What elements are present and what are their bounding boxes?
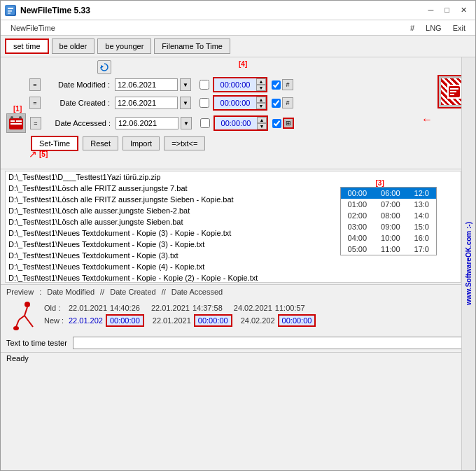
window-title: NewFileTime 5.33: [20, 6, 424, 15]
tab-set-time[interactable]: set time: [5, 38, 49, 54]
time-06-item[interactable]: 06:00: [374, 188, 407, 199]
time-14-item[interactable]: 14:0: [407, 210, 436, 221]
maximize-button[interactable]: □: [440, 5, 454, 15]
set-time-button[interactable]: Set-Time: [31, 136, 78, 151]
created-check[interactable]: [272, 99, 281, 108]
time-16-item[interactable]: 16:0: [407, 232, 436, 244]
time-accessed-input[interactable]: [215, 117, 257, 129]
close-button[interactable]: ✕: [456, 5, 471, 15]
time-modified-up[interactable]: ▲: [256, 78, 266, 85]
label-4: [4]: [239, 60, 247, 68]
old-accessed-date: 24.02.2021: [234, 304, 272, 312]
time-11-item[interactable]: 11:00: [374, 244, 407, 255]
lng-menu[interactable]: LNG: [420, 23, 447, 33]
time-accessed-up[interactable]: ▲: [257, 117, 267, 123]
time-13-item[interactable]: 13:0: [407, 199, 436, 210]
arrow-txt-button[interactable]: =>txt<=: [164, 136, 205, 150]
old-label: Old :: [44, 304, 69, 312]
date-accessed-input[interactable]: [115, 117, 178, 129]
created-hash-btn[interactable]: #: [282, 97, 293, 108]
svg-rect-1: [8, 8, 13, 9]
date-modified-input[interactable]: [115, 78, 178, 91]
time-created-input[interactable]: [214, 97, 256, 109]
svg-rect-6: [450, 88, 458, 90]
date-accessed-picker[interactable]: ▼: [181, 117, 192, 129]
time-created-up[interactable]: ▲: [256, 97, 266, 103]
dropdown-col-1: 00:00 01:00 02:00 03:00 04:00 05:00: [341, 188, 374, 255]
svg-line-19: [16, 320, 19, 327]
list-item[interactable]: D:\_Test\test1\D___Testtest1Yazi türü.zi…: [6, 171, 461, 183]
svg-marker-4: [101, 65, 104, 69]
new-created-date: 22.01.2021: [153, 316, 191, 325]
svg-point-15: [24, 302, 30, 307]
new-created-time: 00:00:00: [194, 314, 232, 327]
import-button[interactable]: Import: [122, 136, 160, 150]
label-1: [1]: [13, 105, 22, 113]
list-item[interactable]: D:\_Test\test1\Neues Textdokument - Kopi…: [6, 261, 461, 272]
svg-rect-10: [10, 120, 15, 122]
time-09-item[interactable]: 09:00: [374, 221, 407, 232]
exit-menu[interactable]: Exit: [447, 23, 471, 33]
old-created-date: 22.01.2021: [151, 304, 190, 312]
eq-accessed-button[interactable]: =: [30, 117, 41, 129]
time-08-item[interactable]: 08:00: [374, 210, 407, 221]
time-00-item[interactable]: 00:00: [341, 188, 374, 199]
hash-menu[interactable]: #: [405, 23, 420, 33]
eq-modified-button[interactable]: =: [29, 78, 41, 91]
time-15-item[interactable]: 15:0: [407, 221, 436, 232]
time-10-item[interactable]: 10:00: [374, 232, 407, 244]
refresh-row: [4]: [6, 60, 470, 74]
accessed-check[interactable]: [272, 119, 281, 128]
text-tester-label: Text to time tester: [6, 339, 67, 347]
preview-old-row: Old : 22.01.2021 14:40:26 22.01.2021 14:…: [44, 304, 470, 312]
time-accessed-down[interactable]: ▼: [257, 123, 267, 129]
list-item[interactable]: D:\_Test\test1\Neues Textdokument - Kopi…: [6, 272, 461, 282]
time-01-item[interactable]: 01:00: [341, 199, 374, 210]
time-17-item[interactable]: 17:0: [407, 244, 436, 255]
date-created-input[interactable]: [115, 97, 178, 109]
time-created-checkbox[interactable]: [200, 98, 209, 108]
date-modified-row: = Date Modified : ▼ ▲ ▼ #: [6, 77, 470, 92]
minimize-button[interactable]: ─: [424, 5, 438, 15]
app-menu-item[interactable]: NewFileTime: [5, 23, 61, 33]
time-modified-checkbox[interactable]: [200, 80, 209, 90]
reset-button[interactable]: Reset: [83, 136, 118, 150]
time-created-down[interactable]: ▼: [256, 103, 266, 109]
time-05-item[interactable]: 05:00: [341, 244, 374, 255]
tab-filename-to-time[interactable]: Filename To Time: [154, 38, 230, 54]
created-check-hash: #: [272, 97, 293, 108]
new-accessed-date: 24.02.202: [241, 316, 275, 325]
time-modified-spinner[interactable]: ▲ ▼: [256, 78, 266, 91]
time-12-item[interactable]: 12:0: [407, 188, 436, 199]
old-modified-date: 22.01.2021: [69, 304, 107, 312]
date-created-row: = Date Created : ▼ ▲ ▼ #: [6, 95, 470, 111]
time-created-spinner[interactable]: ▲ ▼: [256, 97, 266, 109]
date-created-label: Date Created :: [43, 99, 113, 107]
time-accessed-checkbox[interactable]: [200, 118, 210, 128]
text-tester-input[interactable]: [73, 337, 470, 349]
controls-section: [1] [4] = Date Modified :: [1, 57, 475, 169]
date-modified-picker[interactable]: ▼: [180, 78, 191, 91]
tab-be-younger[interactable]: be younger: [97, 38, 151, 54]
date-created-picker[interactable]: ▼: [180, 97, 191, 109]
svg-line-20: [29, 321, 33, 327]
time-accessed-spinner[interactable]: ▲ ▼: [257, 117, 267, 129]
old-created-time: 14:37:58: [192, 304, 223, 312]
time-02-item[interactable]: 02:00: [341, 210, 374, 221]
tab-be-older[interactable]: be older: [52, 38, 95, 54]
accessed-hash-btn[interactable]: ⊞: [283, 118, 294, 129]
refresh-button[interactable]: [97, 60, 111, 74]
svg-rect-2: [8, 10, 12, 12]
main-content: [1] [4] = Date Modified :: [1, 57, 475, 470]
modified-hash-btn[interactable]: #: [282, 79, 293, 90]
modified-check-hash: #: [272, 79, 293, 90]
eq-created-button[interactable]: =: [29, 97, 41, 109]
time-07-item[interactable]: 07:00: [374, 199, 407, 210]
svg-line-16: [24, 307, 27, 316]
time-03-item[interactable]: 03:00: [341, 221, 374, 232]
left-small-icon: [6, 113, 26, 133]
time-04-item[interactable]: 04:00: [341, 232, 374, 244]
modified-check[interactable]: [272, 80, 281, 90]
time-modified-input[interactable]: [214, 78, 256, 91]
time-modified-down[interactable]: ▼: [256, 85, 266, 91]
